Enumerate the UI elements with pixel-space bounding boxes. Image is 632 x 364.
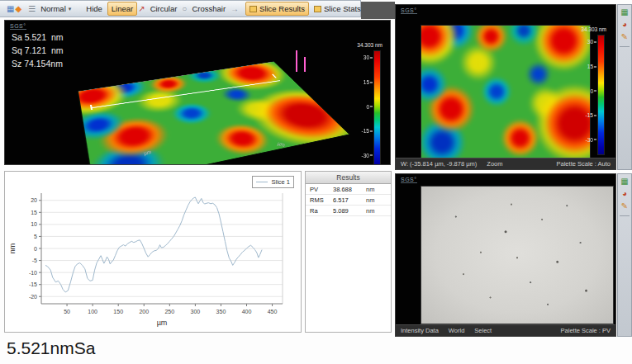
x-tick-label: 100 [88, 309, 97, 314]
y-tick-label: -5 [32, 258, 37, 263]
map-view-icon[interactable]: ▦ [620, 177, 628, 187]
annotation-icon[interactable]: ✎ [621, 32, 628, 42]
results-row: PV38.688nm [306, 184, 391, 195]
slice-marker-post [296, 50, 297, 72]
heightmap-panel[interactable]: SGS° 34.303 nm 30150-15-30 -39.851 nm W:… [395, 4, 616, 170]
surface-3d-panel[interactable]: SGS° Sa 5.521 nm Sq 7.121 nm Sz 74.154nm… [4, 20, 391, 165]
strip-divider [620, 46, 630, 47]
crosshair-button-label: Crosshair [192, 4, 226, 13]
colorbar-tick-label: -30 [362, 152, 373, 158]
colorbar-max-label: 34.303 nm [581, 26, 606, 32]
colorbar-tick-label: -30 [586, 136, 596, 142]
colorbar-tick-label: 30 [364, 54, 373, 60]
heightmap-image[interactable] [421, 25, 591, 158]
list-view-icon[interactable]: ☰ [28, 2, 36, 15]
y-tick-label: 10 [31, 221, 37, 227]
dataset-grid-icon[interactable]: ▦ [7, 2, 14, 15]
circular-button[interactable]: Circular [146, 2, 182, 16]
x-tick-label: 350 [216, 309, 226, 314]
crosshair-arrow-icon[interactable]: → [230, 2, 239, 15]
normal-button[interactable]: Normal▾ [36, 2, 75, 16]
colorbar-gradient[interactable] [597, 35, 605, 155]
toolbar: ▦◆☰Normal▾HideLinear↗Circular○Crosshair→… [0, 0, 361, 17]
world-mode-item[interactable]: World [449, 327, 464, 334]
result-value: 6.517 [333, 196, 366, 204]
result-unit: nm [366, 207, 391, 215]
result-label: RMS [306, 196, 333, 204]
profile-line [45, 197, 262, 292]
select-mode-item[interactable]: Select [474, 327, 492, 334]
x-axis-label: µm [157, 319, 168, 327]
slice-results-button-label: Slice Results [259, 4, 305, 13]
y-axis-label: nm [8, 243, 17, 254]
palette-icon[interactable]: ◕ [622, 189, 627, 199]
x-tick-label: 250 [164, 309, 174, 314]
linear-slice-arrow-icon[interactable]: ↗ [138, 2, 145, 15]
result-label: PV [306, 186, 333, 193]
slice-stats-button[interactable]: Slice Stats [310, 2, 365, 16]
surface-3d-texture [78, 61, 349, 165]
intensity-side-toolbar: ▦◕✎ [617, 173, 632, 337]
results-panel: Results PV38.688nmRMS6.517nmRa5.089nm [305, 171, 392, 333]
x-tick-label: 150 [113, 309, 123, 314]
hide-button[interactable]: Hide [82, 2, 107, 16]
intensity-statusbar: Intensity Data World Select Palette Scal… [396, 324, 615, 336]
result-unit: nm [366, 196, 391, 204]
watermark-logo: SGS° [401, 177, 417, 183]
map-view-icon[interactable]: ▦ [620, 7, 628, 17]
surface-3d-view[interactable] [78, 61, 349, 165]
dropdown-arrow-icon[interactable]: ▾ [69, 6, 72, 12]
colorbar-max-label: 34.303 nm [357, 42, 383, 48]
legend-line-sample [256, 182, 268, 182]
colorbar-tick-label: 0 [366, 103, 373, 109]
result-label: Ra [306, 207, 333, 215]
hide-button-label: Hide [86, 4, 102, 13]
circular-slice-icon[interactable]: ○ [182, 2, 187, 15]
colorbar-tick-label: -15 [586, 112, 596, 118]
linear-button[interactable]: Linear [107, 2, 137, 16]
stat-sa: Sa 5.521 nm [12, 31, 63, 44]
surface-colorbar[interactable]: 34.303 nm 30150-15-30 -39.851 nm [373, 50, 381, 165]
y-tick-label: 5 [34, 234, 37, 239]
chart-legend[interactable]: Slice 1 [252, 176, 294, 188]
x-tick-label: 200 [139, 309, 149, 314]
heightmap-colorbar[interactable]: 34.303 nm 30150-15-30 -39.851 nm [597, 35, 605, 155]
linear-button-label: Linear [112, 4, 133, 13]
colorbar-tick-label: 30 [587, 39, 596, 45]
colorbar-tick-label: 15 [587, 64, 596, 69]
y-tick-label: 20 [31, 197, 37, 203]
annotation-icon[interactable]: ✎ [621, 201, 628, 211]
palette-icon[interactable]: ◕ [622, 20, 627, 30]
colorbar-tick-label: -15 [362, 128, 373, 134]
results-row: Ra5.089nm [306, 206, 391, 216]
heightmap-texture [421, 25, 591, 158]
pointer-highlight-icon[interactable]: ◆ [15, 2, 21, 15]
intensity-image[interactable] [421, 186, 614, 324]
slice-results-button[interactable]: Slice Results [245, 2, 309, 16]
results-row: RMS6.517nm [306, 195, 391, 206]
data-type-selector[interactable]: Intensity Data [401, 327, 439, 334]
stat-sz: Sz 74.154nm [12, 57, 63, 70]
result-unit: nm [366, 186, 391, 193]
palette-scale-status[interactable]: Palette Scale : PV [561, 327, 611, 334]
palette-scale-status[interactable]: Palette Scale : Auto [557, 160, 611, 168]
y-tick-label: -10 [29, 270, 37, 276]
intensity-panel[interactable]: SGS° Intensity Data World Select Palette… [395, 173, 616, 337]
x-tick-label: 450 [268, 309, 278, 314]
side-toolbar-icons: ▦◕✎ [618, 5, 631, 47]
colorbar-gradient[interactable] [373, 50, 381, 165]
heightmap-statusbar: W: (-35.814 µm, -9.878 µm) Zoom Palette … [396, 158, 615, 169]
profile-chart-svg[interactable]: -20-15-10-505101520501001502002503003504… [5, 172, 299, 330]
side-toolbar-icons: ▦◕✎ [618, 174, 631, 216]
slice-stats-button-label: Slice Stats [324, 4, 361, 13]
zoom-mode-item[interactable]: Zoom [487, 160, 502, 168]
cursor-position-readout: W: (-35.814 µm, -9.878 µm) [401, 160, 477, 168]
x-tick-label: 50 [64, 309, 70, 314]
folder-icon [249, 6, 257, 12]
surface-stats: Sa 5.521 nm Sq 7.121 nm Sz 74.154nm [12, 31, 63, 70]
watermark-logo: SGS° [10, 23, 26, 30]
crosshair-button[interactable]: Crosshair [188, 2, 230, 16]
toolbar-filler [361, 2, 395, 19]
colorbar-tick-label: 15 [364, 79, 373, 85]
profile-chart-panel[interactable]: -20-15-10-505101520501001502002503003504… [4, 171, 302, 333]
